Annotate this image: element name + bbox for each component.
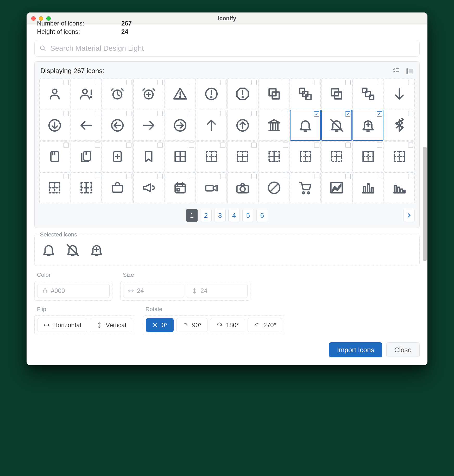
icon-checkbox[interactable] — [345, 111, 350, 117]
icon-checkbox[interactable] — [220, 111, 225, 116]
selected-icon-bell-plus[interactable] — [89, 243, 104, 259]
flip-vertical-button[interactable]: Vertical — [90, 318, 132, 332]
icon-cell-arrange-send-backward[interactable] — [321, 79, 352, 109]
icon-cell-alarm-plus[interactable] — [133, 79, 164, 109]
flip-horizontal-button[interactable]: Horizontal — [37, 318, 87, 332]
icon-cell-bank[interactable] — [258, 110, 289, 140]
icon-checkbox[interactable] — [408, 111, 413, 116]
icon-cell-calendar[interactable] — [165, 172, 195, 203]
icon-checkbox[interactable] — [95, 111, 100, 116]
icon-cell-chart-areaspline[interactable] — [321, 172, 352, 203]
icon-checkbox[interactable] — [251, 80, 257, 85]
icon-checkbox[interactable] — [95, 174, 100, 179]
icon-cell-arrange-bring-to-front[interactable] — [290, 79, 321, 109]
icon-checkbox[interactable] — [220, 80, 225, 85]
icon-checkbox[interactable] — [251, 174, 257, 179]
icon-cell-bluetooth[interactable] — [384, 110, 415, 140]
icon-cell-arrow-up[interactable] — [196, 110, 227, 140]
selected-icon-bell[interactable] — [41, 243, 56, 259]
icon-cell-arrow-right[interactable] — [133, 110, 164, 140]
icon-cell-book-plus[interactable] — [102, 141, 133, 172]
icon-checkbox[interactable] — [251, 111, 257, 116]
icon-checkbox[interactable] — [157, 111, 163, 116]
icon-checkbox[interactable] — [126, 143, 131, 148]
width-field[interactable]: 24 — [123, 284, 184, 298]
icon-cell-arrow-down-circle[interactable] — [39, 110, 70, 140]
icon-cell-chart-histogram[interactable] — [384, 172, 415, 203]
icon-checkbox[interactable] — [345, 143, 351, 148]
icon-checkbox[interactable] — [157, 80, 163, 85]
icon-cell-camera[interactable] — [227, 172, 258, 203]
icon-cell-bell-plus[interactable] — [352, 110, 383, 140]
icon-checkbox[interactable] — [283, 111, 288, 116]
icon-cell-alert-circle[interactable] — [196, 79, 227, 109]
icon-cell-arrow-down[interactable] — [384, 79, 415, 109]
icon-checkbox[interactable] — [408, 174, 413, 179]
icon-checkbox[interactable] — [157, 174, 163, 179]
icon-cell-border-left[interactable] — [290, 141, 321, 172]
icon-checkbox[interactable] — [64, 174, 69, 179]
icon-cell-bullhorn[interactable] — [133, 172, 164, 203]
icon-cell-book-multiple[interactable] — [71, 141, 101, 172]
icon-cell-alert-octagon[interactable] — [227, 79, 258, 109]
icon-cell-cancel[interactable] — [258, 172, 289, 203]
icon-cell-border-top[interactable] — [39, 172, 70, 203]
close-button[interactable]: Close — [386, 342, 420, 357]
icon-checkbox[interactable] — [314, 143, 319, 148]
page-1-button[interactable]: 1 — [186, 209, 198, 222]
icon-checkbox[interactable] — [283, 174, 288, 179]
icon-checkbox[interactable] — [95, 80, 100, 85]
icon-checkbox[interactable] — [189, 80, 194, 85]
icon-checkbox[interactable] — [64, 111, 69, 116]
icon-cell-briefcase[interactable] — [102, 172, 133, 203]
page-6-button[interactable]: 6 — [256, 209, 268, 222]
icon-cell-alarm[interactable] — [102, 79, 133, 109]
height-field[interactable]: 24 — [187, 284, 248, 298]
page-3-button[interactable]: 3 — [214, 209, 226, 222]
icon-checkbox[interactable] — [314, 174, 319, 179]
import-icons-button[interactable]: Import Icons — [329, 342, 382, 357]
icon-cell-border-right[interactable] — [384, 141, 415, 172]
icon-cell-bookmark[interactable] — [133, 141, 164, 172]
icon-cell-arrow-left[interactable] — [71, 110, 101, 140]
icon-cell-cart[interactable] — [290, 172, 321, 203]
rotate-90-button[interactable]: 90° — [176, 318, 207, 332]
icon-checkbox[interactable] — [189, 111, 194, 116]
icon-cell-camcorder[interactable] — [196, 172, 227, 203]
icon-cell-border-all[interactable] — [165, 141, 195, 172]
page-4-button[interactable]: 4 — [228, 209, 240, 222]
rotate-270-button[interactable]: 270° — [248, 318, 282, 332]
icon-cell-arrow-up-circle[interactable] — [227, 110, 258, 140]
icon-checkbox[interactable] — [126, 80, 131, 85]
icon-checkbox[interactable] — [377, 111, 382, 117]
icon-checkbox[interactable] — [345, 174, 351, 179]
color-field[interactable]: #000 — [37, 284, 110, 298]
icon-cell-book[interactable] — [39, 141, 70, 172]
page-2-button[interactable]: 2 — [200, 209, 212, 222]
icon-checkbox[interactable] — [126, 174, 131, 179]
icon-checkbox[interactable] — [157, 143, 163, 148]
search-field[interactable] — [34, 40, 420, 57]
icon-checkbox[interactable] — [314, 80, 319, 85]
icon-cell-arrow-left-circle[interactable] — [102, 110, 133, 140]
icon-cell-border-horizontal[interactable] — [227, 141, 258, 172]
icon-checkbox[interactable] — [408, 80, 413, 85]
checklist-view-icon[interactable] — [392, 67, 400, 75]
list-view-icon[interactable] — [406, 67, 414, 75]
icon-checkbox[interactable] — [95, 143, 100, 148]
selected-icon-bell-off[interactable] — [65, 243, 80, 259]
icon-checkbox[interactable] — [377, 174, 382, 179]
icon-checkbox[interactable] — [189, 174, 194, 179]
icon-cell-arrow-right-circle[interactable] — [165, 110, 195, 140]
icon-checkbox[interactable] — [408, 143, 413, 148]
icon-checkbox[interactable] — [189, 143, 194, 148]
rotate-180-button[interactable]: 180° — [210, 318, 245, 332]
icon-cell-account[interactable] — [39, 79, 70, 109]
icon-checkbox[interactable] — [283, 143, 288, 148]
icon-cell-arrange-bring-forward[interactable] — [258, 79, 289, 109]
icon-cell-account-alert[interactable] — [71, 79, 101, 109]
icon-checkbox[interactable] — [314, 111, 319, 117]
icon-checkbox[interactable] — [377, 80, 382, 85]
icon-cell-border-bottom[interactable] — [196, 141, 227, 172]
icon-cell-alert[interactable] — [165, 79, 195, 109]
